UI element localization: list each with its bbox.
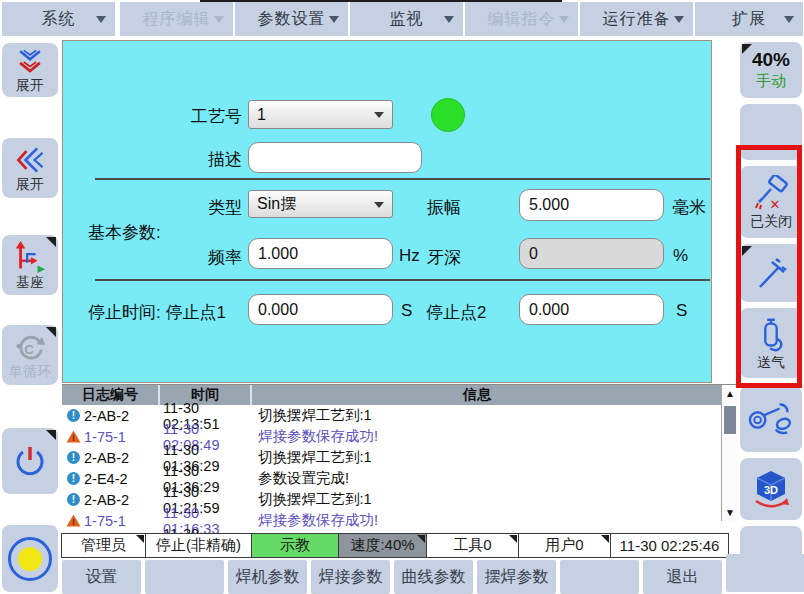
corner-wedge-icon [742,246,752,256]
menu-run-prepare[interactable]: 运行准备 [580,2,693,36]
log-id: 2-AB-2 [81,450,163,466]
gas-supply-button[interactable]: 送气 [740,308,802,378]
log-id: 2-AB-2 [81,408,163,424]
stop-point1-input[interactable]: 0.000 [248,294,393,325]
basic-params-label: 基本参数: [88,221,161,244]
base-coordinate-button[interactable]: 基座 [2,235,58,295]
menu-monitor-label: 监视 [390,9,424,30]
tab-exit[interactable]: 退出 [643,560,722,594]
scroll-down-icon[interactable]: ▼ [722,507,738,518]
menu-system-label: 系统 [42,9,76,30]
status-datetime: 11-30 02:25:46 [610,533,729,558]
divider [95,279,710,281]
frequency-label: 频率 [150,246,242,269]
double-chevron-left-icon [13,144,47,176]
menu-run-prepare-label: 运行准备 [603,9,671,30]
log-id: 2-E4-2 [81,471,163,487]
menu-program-edit-label: 程序编辑 [143,9,211,30]
scroll-up-icon[interactable]: ▲ [722,388,738,399]
corner-wedge-icon [742,44,752,54]
welding-torch-off-icon: ✕ [751,175,791,213]
chevron-down-icon [374,112,384,118]
frequency-input[interactable]: 1.000 [248,238,393,269]
stop-point2-label: 停止点2 [426,301,486,324]
torch-button[interactable] [740,244,802,302]
log-message: 切换摆焊工艺到:1 [258,448,738,467]
info-icon: ! [67,472,80,485]
chevron-down-icon [329,16,339,23]
process-no-value: 1 [257,106,266,124]
menu-edit-instruction-label: 编辑指令 [488,9,556,30]
amplitude-unit: 毫米 [672,196,706,219]
menu-extend[interactable]: 扩展 [695,2,803,36]
servo-yellow-dot-icon [18,547,42,571]
menu-monitor[interactable]: 监视 [350,2,463,36]
tab-welder-params[interactable]: 焊机参数 [228,560,307,594]
tab-welding-params[interactable]: 焊接参数 [311,560,390,594]
tab-settings[interactable]: 设置 [62,560,141,594]
stop-time-label: 停止时间: 停止点1 [88,301,226,324]
servo-indicator-button[interactable] [2,525,58,592]
chevron-down-icon [214,16,224,23]
corner-wedge-icon [601,535,609,543]
base-coordinate-label: 基座 [16,275,44,290]
amplitude-input[interactable]: 5.000 [519,189,664,221]
scrollbar-thumb[interactable] [724,406,736,434]
log-message: 焊接参数保存成功! [258,511,738,530]
stop-point2-input[interactable]: 0.000 [519,294,664,325]
warning-icon: ! [67,431,81,443]
power-button[interactable] [2,428,58,494]
torch-off-button[interactable]: ✕ 已关闭 [740,166,802,238]
status-speed[interactable]: 速度:40% [338,533,427,558]
info-icon: ! [67,451,80,464]
robot-arm-icon [747,397,795,441]
log-col-id-header: 日志编号 [62,385,160,405]
svg-text:C: C [24,342,34,357]
view-3d-button[interactable]: 3D [740,458,802,520]
status-bar: 管理员 停止(非精确) 示教 速度:40% 工具0 用户0 11-30 02:2… [62,533,729,558]
tooth-depth-label: 牙深 [427,246,461,269]
status-speed-label: 速度:40% [350,536,414,555]
chevron-down-icon [784,16,794,23]
tab-weave-params[interactable]: 摆焊参数 [477,560,556,594]
status-tool-label: 工具0 [453,536,491,555]
chevron-down-icon [444,16,454,23]
status-tool[interactable]: 工具0 [426,533,519,558]
right-empty-button-2 [740,526,802,588]
menu-parameter-settings-label: 参数设置 [258,9,326,30]
expand-left-button[interactable]: 展开 [2,138,58,198]
frequency-unit: Hz [399,246,420,266]
stop-point2-value: 0.000 [529,301,569,319]
expand-down-label: 展开 [16,78,44,93]
status-user-coord[interactable]: 用户0 [518,533,611,558]
process-no-select[interactable]: 1 [248,100,393,129]
corner-wedge-icon [46,327,56,337]
robot-jog-button[interactable] [740,386,802,452]
tab-empty-1 [145,560,224,594]
type-value: Sin摆 [257,194,296,215]
description-input[interactable] [248,142,422,173]
menu-parameter-settings[interactable]: 参数设置 [235,2,348,36]
welding-torch-icon [752,255,790,291]
chevron-down-icon [674,16,684,23]
chevron-down-icon [374,202,384,208]
log-scrollbar[interactable]: ▲ ▼ [721,385,738,521]
tooth-depth-input: 0 [519,238,664,269]
status-teach-mode-label: 示教 [280,536,310,555]
status-run-state: 停止(非精确) [145,533,252,558]
expand-down-button[interactable]: 展开 [2,43,58,97]
divider [95,178,710,180]
type-select[interactable]: Sin摆 [248,190,393,218]
tab-curve-params[interactable]: 曲线参数 [394,560,473,594]
process-no-label: 工艺号 [150,105,242,128]
info-icon: ! [67,409,80,422]
tab-welder-params-label: 焊机参数 [236,567,300,588]
log-id: 1-75-1 [81,429,163,445]
menu-system[interactable]: 系统 [2,2,115,36]
speed-mode-button[interactable]: 40% 手动 [740,42,802,98]
log-message: 参数设置完成! [258,469,738,488]
gas-cylinder-icon [752,316,790,354]
status-user-role[interactable]: 管理员 [61,533,146,558]
amplitude-label: 振幅 [427,196,461,219]
corner-wedge-icon [417,535,425,543]
